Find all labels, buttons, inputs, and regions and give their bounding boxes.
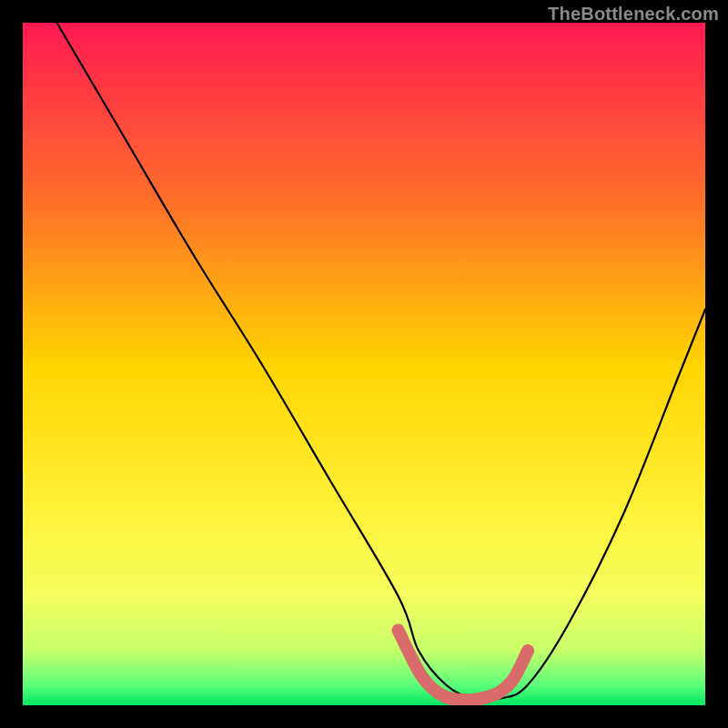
chart-frame: TheBottleneck.com xyxy=(0,0,728,728)
watermark-text: TheBottleneck.com xyxy=(548,4,719,25)
plot-area xyxy=(23,23,705,705)
chart-svg xyxy=(23,23,705,705)
gradient-background xyxy=(23,23,705,705)
